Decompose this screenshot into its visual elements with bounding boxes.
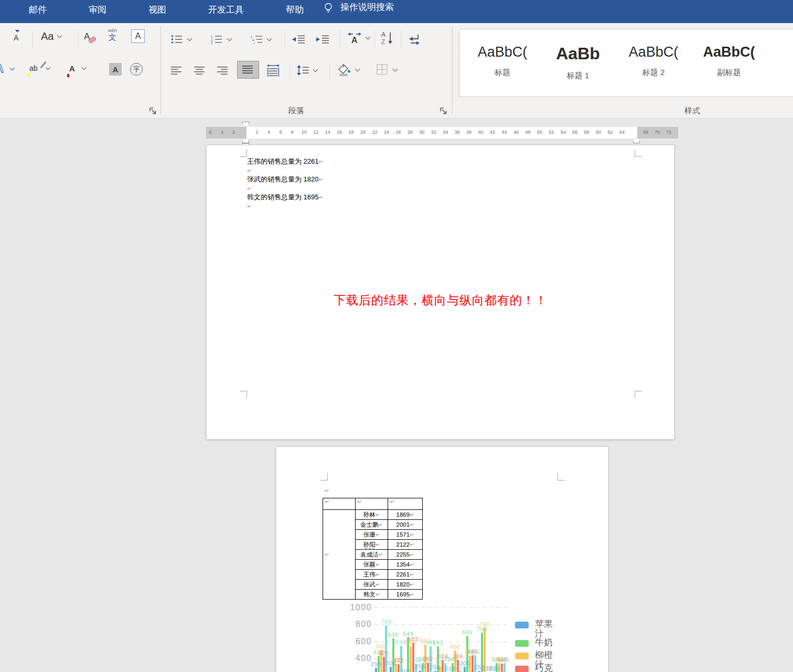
margin-corner-mark: [240, 150, 247, 157]
name-cell[interactable]: 金士鹏↵: [356, 520, 388, 530]
style-item-标题[interactable]: AaBbC(标题: [465, 29, 540, 97]
bar-data-label: 543: [430, 639, 446, 646]
borders-button[interactable]: [377, 64, 397, 76]
phonetic-guide-button[interactable]: wén 文: [108, 28, 117, 41]
font-color-button[interactable]: A: [69, 64, 86, 73]
menu-bar: 邮件审阅视图开发工具帮助 操作说明搜索: [0, 0, 793, 23]
bar-data-label: 500: [373, 643, 389, 649]
character-border-icon: A: [131, 29, 145, 43]
person-name: 张珊: [363, 531, 376, 538]
paragraph-dialog-launcher[interactable]: [440, 107, 447, 115]
value-cell[interactable]: 1354↵: [388, 560, 423, 570]
multilevel-list-button[interactable]: 1ai: [251, 35, 271, 44]
name-cell[interactable]: 王伟↵: [356, 570, 388, 580]
style-preview: AaBbC(: [616, 44, 691, 60]
style-item-引用[interactable]: AaB引用: [767, 29, 793, 97]
style-item-标题 2[interactable]: AaBbC(标题 2: [616, 29, 691, 97]
paragraph-mark: ↵: [376, 572, 380, 578]
line-spacing-button[interactable]: [297, 65, 317, 76]
shading-button[interactable]: [337, 63, 359, 77]
sales-value: 2122: [396, 541, 410, 548]
document-page-2[interactable]: ↵ ↵↵↵↵孙林↵1869↵金士鹏↵2001↵张珊↵1571↵孙阳↵2122↵袁…: [276, 446, 608, 672]
name-cell[interactable]: 张颖↵: [356, 560, 388, 570]
paragraph-mark: ↵: [410, 572, 414, 578]
menu-tab-4[interactable]: 开发工具: [202, 1, 250, 19]
change-case-button[interactable]: Aa: [41, 30, 61, 42]
menu-tab-1[interactable]: 邮件: [23, 1, 53, 19]
right-indent-marker[interactable]: [633, 138, 640, 143]
character-border-button[interactable]: A: [131, 29, 145, 43]
person-name: 孙阳: [363, 541, 376, 548]
value-cell[interactable]: 2255↵: [388, 550, 423, 560]
merged-cell[interactable]: ↵: [323, 510, 356, 600]
value-cell[interactable]: 1695↵: [388, 590, 423, 600]
font-dialog-launcher[interactable]: [149, 107, 157, 115]
ruler-number: 4: [265, 130, 272, 135]
shrink-font-button[interactable]: A: [14, 34, 18, 42]
increase-indent-button[interactable]: [316, 35, 329, 44]
legend-item-苹果汁: 苹果汁: [515, 620, 555, 638]
name-cell[interactable]: 韩文↵: [356, 590, 388, 600]
style-preview: AaBbC(: [465, 44, 540, 60]
numbered-list-icon: 123: [211, 35, 222, 44]
style-preview: AaBb: [541, 44, 615, 63]
hanging-indent-marker[interactable]: [242, 138, 249, 143]
document-line: ↵: [247, 201, 323, 210]
y-axis-tick-label: 600: [338, 637, 372, 646]
legend-swatch: [515, 640, 529, 647]
ruler-number: 40: [477, 130, 485, 135]
clear-formatting-button[interactable]: A: [84, 31, 90, 42]
chevron-down-icon: [227, 36, 232, 41]
align-right-button[interactable]: [217, 66, 229, 76]
align-left-button[interactable]: [171, 66, 183, 76]
name-cell[interactable]: 袁成洁↵: [356, 550, 388, 560]
document-line: ↵: [247, 166, 323, 175]
person-name: 袁成洁: [360, 551, 379, 558]
paragraph-mark: ↵: [379, 552, 383, 558]
menu-tab-3[interactable]: 视图: [142, 1, 173, 19]
bar-苹果汁-孙林: [375, 668, 377, 672]
character-shading-button[interactable]: A: [109, 63, 122, 76]
enclose-characters-button[interactable]: 字: [130, 63, 143, 76]
value-cell[interactable]: 1571↵: [388, 530, 423, 540]
clear-formatting-icon: A: [84, 31, 90, 42]
value-cell[interactable]: 1869↵: [388, 510, 423, 520]
ruler-number: 62: [607, 130, 614, 135]
bullets-button[interactable]: [171, 35, 191, 44]
tell-me-search[interactable]: 操作说明搜索: [310, 1, 394, 13]
value-cell[interactable]: 2122↵: [388, 540, 423, 550]
style-item-标题 1[interactable]: AaBb标题 1: [541, 29, 615, 97]
table-header-cell[interactable]: ↵: [356, 498, 388, 510]
paragraph-mark: ↵: [410, 522, 414, 528]
text-highlight-button[interactable]: ab: [29, 64, 50, 72]
name-cell[interactable]: 孙阳↵: [356, 540, 388, 550]
numbering-button[interactable]: 123: [211, 35, 231, 44]
value-cell[interactable]: 1820↵: [388, 580, 423, 590]
ruler-number: 58: [583, 130, 591, 135]
value-cell[interactable]: 2261↵: [388, 570, 423, 580]
name-cell[interactable]: 张珊↵: [356, 530, 388, 540]
menu-tab-5[interactable]: 帮助: [280, 1, 310, 19]
horizontal-ruler[interactable]: 6422468101214161820222426283032343638404…: [206, 127, 678, 138]
show-marks-button[interactable]: [408, 34, 421, 45]
tell-me-label: 操作说明搜索: [340, 1, 394, 13]
person-name: 王伟: [363, 571, 376, 578]
text-effects-button[interactable]: A: [0, 62, 14, 76]
name-cell[interactable]: 孙林↵: [356, 510, 388, 520]
table-header-cell[interactable]: ↵: [388, 498, 423, 510]
decrease-indent-button[interactable]: [292, 35, 305, 44]
line-spacing-icon: [297, 65, 309, 76]
align-center-button[interactable]: [194, 66, 206, 76]
asian-layout-button[interactable]: A: [347, 31, 370, 44]
sort-button[interactable]: A Z: [381, 30, 395, 45]
table-header-cell[interactable]: ↵: [323, 498, 356, 510]
first-line-indent-marker[interactable]: [242, 122, 249, 127]
name-cell[interactable]: 张武↵: [356, 580, 388, 590]
style-item-副标题[interactable]: AaBbC(副标题: [692, 29, 766, 97]
align-right-icon: [217, 66, 229, 76]
value-cell[interactable]: 2001↵: [388, 520, 423, 530]
justify-button[interactable]: [237, 61, 259, 79]
menu-tab-2[interactable]: 审阅: [82, 1, 113, 19]
distribute-button[interactable]: [266, 64, 280, 77]
document-page-1[interactable]: 王伟的销售总量为 2261↵↵张武的销售总量为 1820↵↵韩文的销售总量为 1…: [206, 145, 674, 440]
